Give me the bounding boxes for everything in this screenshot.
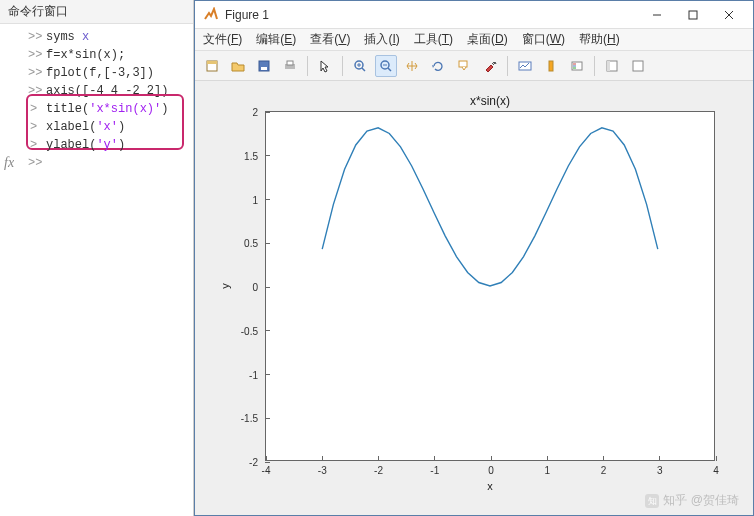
x-tick-label: -1	[430, 465, 439, 476]
save-button[interactable]	[253, 55, 275, 77]
menu-help[interactable]: 帮助(H)	[579, 31, 620, 48]
y-tick-label: 1	[252, 194, 258, 205]
minimize-button[interactable]	[639, 2, 675, 28]
x-tick-label: -2	[374, 465, 383, 476]
code-line: f=x*sin(x);	[46, 47, 125, 63]
prompt: >>	[28, 29, 42, 45]
figure-toolbar	[195, 51, 753, 81]
svg-rect-27	[645, 494, 659, 508]
watermark: 知 知乎 @贺佳琦	[645, 492, 739, 509]
x-tick-label: -3	[318, 465, 327, 476]
y-tick-label: 2	[252, 107, 258, 118]
x-tick-label: 2	[601, 465, 607, 476]
figure-title: Figure 1	[225, 8, 639, 22]
svg-rect-26	[633, 61, 643, 71]
svg-rect-25	[607, 61, 610, 71]
y-axis-label: y	[219, 283, 231, 289]
prompt: >>	[28, 65, 42, 81]
datatip-button[interactable]	[453, 55, 475, 77]
command-window-title: 命令行窗口	[0, 0, 193, 24]
plot-title: x*sin(x)	[266, 94, 714, 108]
svg-rect-18	[519, 62, 531, 70]
pointer-button[interactable]	[314, 55, 336, 77]
prompt: >	[30, 119, 37, 135]
y-tick-label: -0.5	[241, 325, 258, 336]
svg-line-15	[388, 68, 391, 71]
y-tick-label: -1	[249, 369, 258, 380]
prompt: >	[30, 137, 37, 153]
x-tick-label: -4	[262, 465, 271, 476]
code-line: ylabel('y')	[46, 137, 125, 153]
close-button[interactable]	[711, 2, 747, 28]
command-window-body[interactable]: >>syms x >>f=x*sin(x); >>fplot(f,[-3,3])…	[0, 24, 193, 516]
menu-edit[interactable]: 编辑(E)	[256, 31, 296, 48]
prompt: >	[30, 101, 37, 117]
x-tick-label: 3	[657, 465, 663, 476]
zoom-out-button[interactable]	[375, 55, 397, 77]
toolbar-separator	[342, 56, 343, 76]
command-window: 命令行窗口 >>syms x >>f=x*sin(x); >>fplot(f,[…	[0, 0, 194, 516]
menu-insert[interactable]: 插入(I)	[364, 31, 399, 48]
figure-menubar: 文件(F) 编辑(E) 查看(V) 插入(I) 工具(T) 桌面(D) 窗口(W…	[195, 29, 753, 51]
toolbar-separator	[507, 56, 508, 76]
svg-rect-19	[549, 61, 553, 71]
axes[interactable]: x*sin(x) y x -4-3-2-101234-2-1.5-1-0.500…	[265, 111, 715, 461]
zoom-in-button[interactable]	[349, 55, 371, 77]
y-tick-label: 0.5	[244, 238, 258, 249]
brush-button[interactable]	[479, 55, 501, 77]
figure-window: Figure 1 文件(F) 编辑(E) 查看(V) 插入(I) 工具(T) 桌…	[194, 0, 754, 516]
y-tick-label: 0	[252, 282, 258, 293]
code-line: xlabel('x')	[46, 119, 125, 135]
prompt: >>	[28, 83, 42, 99]
menu-view[interactable]: 查看(V)	[310, 31, 350, 48]
plot-area[interactable]: x*sin(x) y x -4-3-2-101234-2-1.5-1-0.500…	[195, 81, 753, 515]
colorbar-button[interactable]	[540, 55, 562, 77]
new-figure-button[interactable]	[201, 55, 223, 77]
legend-button[interactable]	[566, 55, 588, 77]
print-button[interactable]	[279, 55, 301, 77]
svg-rect-5	[207, 61, 217, 64]
x-axis-label: x	[266, 480, 714, 492]
pan-button[interactable]	[401, 55, 423, 77]
code-line: axis([-4 4 -2 2])	[46, 83, 168, 99]
menu-desktop[interactable]: 桌面(D)	[467, 31, 508, 48]
svg-rect-17	[459, 61, 467, 67]
rotate-button[interactable]	[427, 55, 449, 77]
y-tick-label: -2	[249, 457, 258, 468]
x-tick-label: 1	[544, 465, 550, 476]
svg-rect-7	[261, 67, 267, 70]
code-line: syms x	[46, 29, 89, 45]
menu-tools[interactable]: 工具(T)	[414, 31, 453, 48]
code-line: fplot(f,[-3,3])	[46, 65, 154, 81]
x-tick-label: 0	[488, 465, 494, 476]
prompt: >>	[28, 47, 42, 63]
x-tick-label: 4	[713, 465, 719, 476]
svg-rect-1	[689, 11, 697, 19]
svg-text:知: 知	[648, 496, 657, 506]
menu-window[interactable]: 窗口(W)	[522, 31, 565, 48]
link-axes-button[interactable]	[514, 55, 536, 77]
menu-file[interactable]: 文件(F)	[203, 31, 242, 48]
plot-tools-button[interactable]	[601, 55, 623, 77]
matlab-icon	[203, 7, 219, 23]
toolbar-separator	[307, 56, 308, 76]
toolbar-separator	[594, 56, 595, 76]
y-tick-label: -1.5	[241, 413, 258, 424]
svg-line-11	[362, 68, 365, 71]
fx-indicator: fx	[4, 155, 14, 171]
figure-titlebar[interactable]: Figure 1	[195, 1, 753, 29]
hide-tools-button[interactable]	[627, 55, 649, 77]
prompt: >>	[28, 155, 42, 171]
open-button[interactable]	[227, 55, 249, 77]
maximize-button[interactable]	[675, 2, 711, 28]
code-line: title('x*sin(x)')	[46, 101, 168, 117]
y-tick-label: 1.5	[244, 150, 258, 161]
svg-rect-9	[287, 61, 293, 65]
plot-curve	[266, 112, 714, 460]
